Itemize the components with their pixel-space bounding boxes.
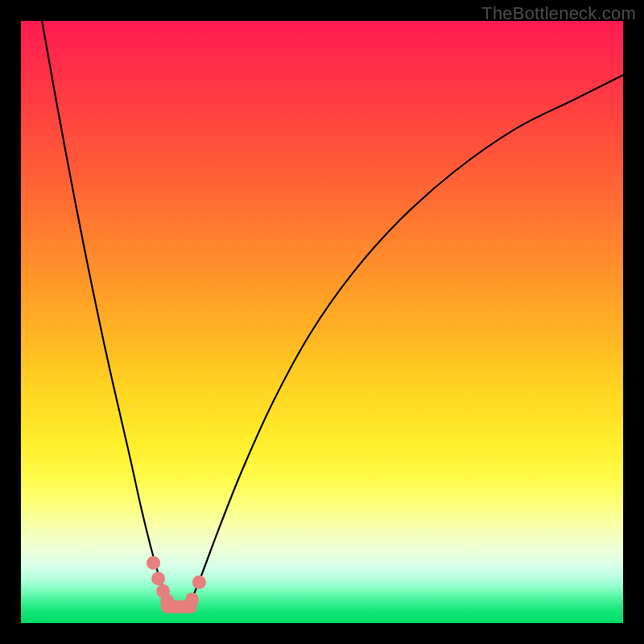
optimum-marker-dot <box>192 576 206 589</box>
curve-left-branch <box>42 21 168 605</box>
curve-right-branch <box>189 75 623 605</box>
optimum-marker-dot <box>151 572 165 585</box>
plot-area <box>21 21 623 623</box>
outer-frame: TheBottleneck.com <box>0 0 644 644</box>
optimum-marker-dot <box>160 594 174 608</box>
optimum-markers <box>147 556 206 608</box>
optimum-marker-dot <box>147 556 160 570</box>
optimum-marker-dot <box>185 592 199 606</box>
curves-svg <box>21 21 623 623</box>
